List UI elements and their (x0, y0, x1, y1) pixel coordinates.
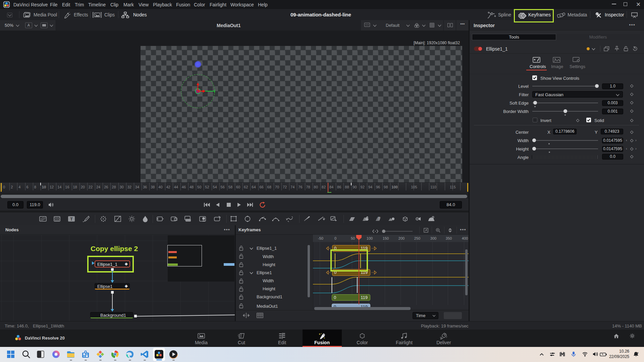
svg-text:T: T (70, 217, 73, 222)
svg-text:T: T (378, 216, 380, 221)
svg-text:z: z (637, 352, 639, 354)
